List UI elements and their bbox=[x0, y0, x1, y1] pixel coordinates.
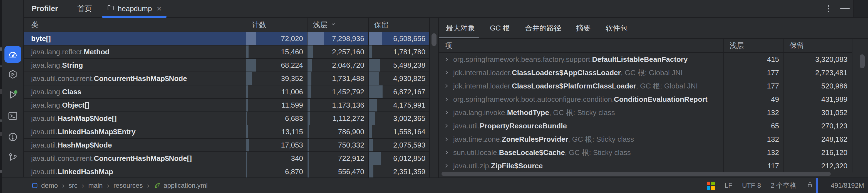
objects-tab-2[interactable]: GC 根 bbox=[486, 18, 514, 38]
table-row[interactable]: java.lang.reflect.Method15,4602,257,1601… bbox=[24, 45, 438, 59]
object-row[interactable]: jdk.internal.loader.ClassLoaders$AppClas… bbox=[439, 66, 868, 79]
object-row[interactable]: sun.util.locale.BaseLocale$Cache, GC 根: … bbox=[439, 146, 868, 159]
value-bar bbox=[308, 99, 310, 112]
problems-tool-button[interactable] bbox=[4, 129, 21, 146]
version-control-tool-button[interactable] bbox=[4, 150, 21, 166]
value-bar bbox=[246, 59, 256, 72]
breadcrumb-item-src[interactable]: src bbox=[69, 182, 78, 189]
column-header-class[interactable]: 类 bbox=[24, 18, 246, 32]
column-header-shallow[interactable]: 浅层 bbox=[308, 18, 369, 32]
object-row[interactable]: jdk.internal.loader.ClassLoaders$Platfor… bbox=[439, 79, 868, 92]
shallow-cell-value: 2,046,720 bbox=[332, 61, 364, 70]
object-item-cell: java.lang.invoke.MethodType, GC 根: Stick… bbox=[439, 106, 724, 119]
tab-heapdump[interactable]: heapdump × bbox=[102, 0, 166, 17]
run-tool-button[interactable] bbox=[4, 87, 21, 104]
expand-chevron-icon[interactable] bbox=[443, 83, 450, 89]
class-package: java.lang. bbox=[31, 61, 62, 70]
expand-chevron-icon[interactable] bbox=[443, 123, 450, 129]
services-tool-button[interactable] bbox=[4, 67, 21, 83]
retained-cell-value: 6,012,850 bbox=[393, 154, 425, 163]
count-cell: 6,683 bbox=[246, 112, 308, 125]
more-options-icon[interactable] bbox=[826, 4, 831, 14]
line-ending-widget[interactable]: LF bbox=[724, 182, 732, 189]
expand-chevron-icon[interactable] bbox=[443, 136, 450, 143]
indent-widget[interactable]: 2 个空格 bbox=[771, 181, 796, 190]
column-header-shallow-label: 浅层 bbox=[313, 20, 328, 30]
retained-cell: 2,351,359 bbox=[369, 165, 430, 178]
table-row[interactable]: java.util.concurrent.ConcurrentHashMap$N… bbox=[24, 152, 438, 165]
expand-chevron-icon[interactable] bbox=[443, 162, 450, 169]
breadcrumb-separator: › bbox=[62, 181, 64, 190]
table-row[interactable]: java.lang.Object[]11,5991,173,1364,175,9… bbox=[24, 99, 438, 112]
breadcrumb-item-main[interactable]: main bbox=[88, 182, 102, 189]
table-row[interactable]: java.util.LinkedHashMap6,870556,4702,351… bbox=[24, 165, 438, 178]
expand-chevron-icon[interactable] bbox=[443, 149, 450, 156]
count-cell: 340 bbox=[246, 152, 308, 165]
unlocked-padlock-icon[interactable] bbox=[806, 181, 813, 190]
object-shallow-value: 132 bbox=[767, 148, 779, 157]
breadcrumb-item-demo[interactable]: demo bbox=[31, 182, 58, 189]
table-row[interactable]: java.lang.String68,2242,046,7205,498,238 bbox=[24, 59, 438, 72]
encoding-widget[interactable]: UTF-8 bbox=[742, 182, 761, 189]
hide-tool-window-icon[interactable] bbox=[840, 8, 850, 9]
memory-indicator[interactable]: 491/8192M bbox=[816, 178, 868, 193]
count-cell: 15,460 bbox=[246, 45, 308, 59]
table-row[interactable]: java.util.LinkedHashMap$Entry13,115786,9… bbox=[24, 125, 438, 139]
left-vertical-scrollbar-thumb[interactable] bbox=[432, 33, 436, 46]
table-row[interactable]: java.util.HashMap$Node17,053750,3322,075… bbox=[24, 139, 438, 152]
object-class-name: BaseLocale$Cache bbox=[499, 148, 565, 157]
table-row[interactable]: java.lang.Class11,0061,452,7926,872,167 bbox=[24, 85, 438, 99]
right-vertical-scrollbar-thumb[interactable] bbox=[860, 54, 865, 68]
value-bar bbox=[246, 139, 249, 151]
object-retained-cell: 3,320,083 bbox=[784, 53, 852, 66]
class-package: java.util. bbox=[31, 141, 58, 150]
column-header-item[interactable]: 项 bbox=[439, 39, 724, 53]
tabbar-actions bbox=[826, 0, 850, 17]
object-row[interactable]: java.lang.invoke.MethodType, GC 根: Stick… bbox=[439, 106, 868, 119]
class-histogram-panel: 类 计数 浅层 保留 byte[]72,0207,298,9366,508,65… bbox=[24, 18, 438, 178]
expand-chevron-icon[interactable] bbox=[443, 109, 450, 116]
objects-tab-4[interactable]: 摘要 bbox=[572, 18, 594, 38]
object-row[interactable]: java.util.PropertyResourceBundle65270,12… bbox=[439, 119, 868, 132]
objects-tab-3[interactable]: 合并的路径 bbox=[521, 18, 565, 38]
object-gc-root-note: , GC 根: Sticky class bbox=[565, 148, 631, 157]
expand-chevron-icon[interactable] bbox=[443, 96, 450, 103]
shallow-cell: 1,452,792 bbox=[308, 85, 369, 99]
objects-tab-5[interactable]: 软件包 bbox=[602, 18, 631, 38]
column-header-count[interactable]: 计数 bbox=[246, 18, 308, 32]
object-row[interactable]: java.time.zone.ZoneRulesProvider, GC 根: … bbox=[439, 132, 868, 146]
shallow-cell-value: 1,112,272 bbox=[333, 114, 364, 123]
expand-chevron-icon[interactable] bbox=[443, 69, 450, 76]
microsoft-logo-icon[interactable] bbox=[707, 182, 715, 190]
retained-cell-value: 3,002,365 bbox=[393, 114, 425, 123]
shallow-cell: 722,912 bbox=[308, 152, 369, 165]
close-tab-icon[interactable]: × bbox=[157, 4, 161, 13]
table-row[interactable]: java.util.HashMap$Node[]6,6831,112,2723,… bbox=[24, 112, 438, 125]
horizontal-scrollbar-thumb[interactable] bbox=[441, 172, 831, 176]
terminal-tool-button[interactable] bbox=[4, 108, 21, 125]
retained-cell-value: 4,175,991 bbox=[393, 101, 425, 110]
expand-chevron-icon[interactable] bbox=[443, 56, 450, 63]
column-header-retained[interactable]: 保留 bbox=[369, 18, 430, 32]
object-row[interactable]: java.util.zip.ZipFile$Source117212,320 bbox=[439, 159, 868, 172]
retained-cell-value: 6,872,167 bbox=[393, 88, 425, 96]
value-bar bbox=[246, 125, 248, 138]
value-bar bbox=[308, 45, 313, 58]
column-header-obj-shallow[interactable]: 浅层 bbox=[724, 39, 784, 53]
object-shallow-cell: 132 bbox=[724, 132, 784, 146]
object-row[interactable]: org.springframework.beans.factory.suppor… bbox=[439, 53, 868, 66]
breadcrumb-item-resources[interactable]: resources bbox=[114, 182, 143, 189]
object-row[interactable]: org.springframework.boot.autoconfigure.c… bbox=[439, 92, 868, 106]
object-shallow-cell: 177 bbox=[724, 66, 784, 79]
objects-tab-1[interactable]: 最大对象 bbox=[439, 18, 479, 38]
retained-cell: 2,075,593 bbox=[369, 139, 430, 152]
object-class-name: PropertyResourceBundle bbox=[479, 122, 567, 130]
table-row[interactable]: byte[]72,0207,298,9366,508,656 bbox=[24, 32, 438, 45]
profiler-tool-button[interactable] bbox=[4, 46, 21, 63]
value-bar bbox=[308, 59, 312, 72]
shallow-cell-value: 786,900 bbox=[338, 127, 364, 136]
table-row[interactable]: java.util.concurrent.ConcurrentHashMap$N… bbox=[24, 72, 438, 85]
tab-home[interactable]: 首页 bbox=[74, 0, 96, 17]
breadcrumb-item-application-yml[interactable]: application.yml bbox=[153, 182, 208, 189]
column-header-obj-retained[interactable]: 保留 bbox=[784, 39, 852, 53]
